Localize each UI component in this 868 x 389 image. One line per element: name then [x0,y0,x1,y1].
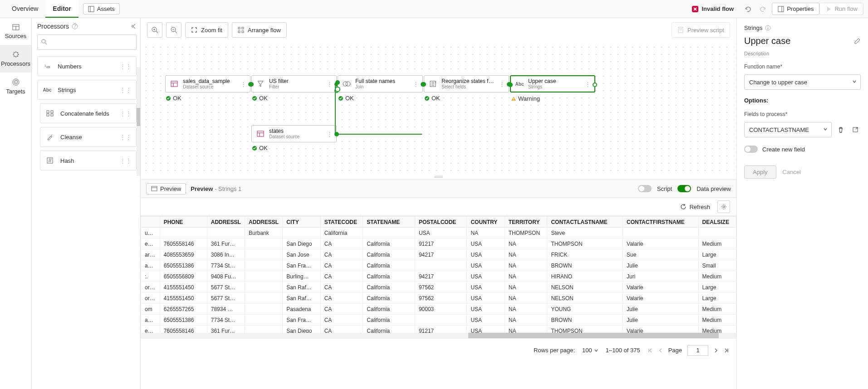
create-new-field-toggle[interactable] [744,146,758,153]
node-states[interactable]: statesDataset source ⋮ OK [251,125,337,142]
script-toggle[interactable] [638,185,652,192]
last-page-button[interactable] [724,348,729,353]
redo-button[interactable] [755,3,772,15]
tab-editor[interactable]: Editor [45,0,78,18]
assets-button[interactable]: Assets [83,3,120,15]
tab-overview[interactable]: Overview [5,0,45,18]
node-menu-icon[interactable]: ⋮ [499,81,505,88]
create-new-field-label: Create new field [762,146,805,153]
column-header[interactable]: CONTACTLASTNAME [547,217,623,228]
apply-button[interactable]: Apply [744,165,776,179]
column-header[interactable]: CONTACTFIRSTNAME [623,217,699,228]
table-row[interactable]: ors Ltd.41555514505677 St…San Raf…CACali… [141,282,736,293]
node-full-state-names[interactable]: Full state namesJoin ⋮ OK [338,75,423,92]
column-header[interactable]: TERRITORY [505,217,547,228]
node-title: US filter [269,78,323,84]
refresh-button[interactable]: Refresh [680,204,710,210]
prev-page-button[interactable] [658,348,663,353]
assets-label: Assets [97,5,115,12]
table-row[interactable]: om626555726578934 …PasadenaCACalifornia9… [141,304,736,315]
expand-field-button[interactable] [850,124,861,135]
preview-bar: Preview Preview - Strings 1 Script Data … [141,180,736,198]
column-header[interactable]: STATECODE [320,217,363,228]
column-header[interactable]: CITY [283,217,320,228]
next-page-button[interactable] [714,348,718,353]
node-menu-icon[interactable]: ⋮ [413,81,419,88]
processors-scrollbar[interactable] [137,67,140,176]
data-preview-toggle[interactable] [677,185,691,192]
zoom-fit-button[interactable]: Zoom fit [185,22,228,38]
arrange-flow-button[interactable]: Arrange flow [232,22,287,38]
properties-button[interactable]: Properties [772,3,819,15]
zoom-in-button[interactable] [147,22,162,38]
processor-numbers[interactable]: ¹₂₃ Numbers ⋮⋮ [37,56,137,76]
undo-button[interactable] [739,3,755,15]
table-row[interactable]: as Co.65055513867734 St…San Fra…CACalifo… [141,315,736,326]
column-header[interactable]: PHONE [160,217,207,228]
vertical-resize-handle[interactable]: ══ [141,173,736,180]
processor-search-input[interactable] [37,34,137,50]
first-page-button[interactable] [647,348,653,353]
node-menu-icon[interactable]: ⋮ [240,81,246,88]
rail-sources[interactable]: Sources [0,18,31,45]
preview-script-button[interactable]: Preview script [672,22,730,38]
fields-to-process-select[interactable] [744,122,832,137]
column-header[interactable]: ADDRESSL [245,217,283,228]
preview-chip[interactable]: Preview [146,183,186,194]
delete-field-button[interactable] [835,124,846,135]
page-input[interactable] [687,345,708,356]
node-upper-case[interactable]: Abc Upper caseStrings ⋮ Warning [510,75,595,92]
table-row[interactable]: areho…40855536593086 In…San JoseCACalifo… [141,249,736,260]
concat-icon [46,110,54,117]
edit-icon[interactable] [853,38,861,45]
rows-per-page-value[interactable]: 100 [582,347,592,354]
data-grid[interactable]: PHONEADDRESSLADDRESSLCITYSTATECODESTATEN… [141,216,736,333]
node-menu-icon[interactable]: ⋮ [327,131,333,137]
drag-handle-icon: ⋮⋮ [120,134,132,141]
node-subtitle: Filter [269,84,323,90]
table-row[interactable]: :.65055568099408 Fu…Burling…CACalifornia… [141,271,736,282]
grid-horizontal-scrollbar[interactable] [141,333,736,338]
column-header[interactable]: STATENAME [363,217,415,228]
node-sales-data-sample[interactable]: sales_data_sampleDataset source ⋮ OK [165,75,250,92]
info-icon[interactable] [765,25,771,31]
svg-point-57 [768,26,769,27]
column-header[interactable]: POSTALCODE [415,217,467,228]
table-row[interactable]: esign…7605558146361 Fur…San DiegoCACalif… [141,326,736,333]
svg-point-47 [513,99,514,100]
processor-label: Strings [58,87,76,93]
processor-concatenate[interactable]: Concatenate fields ⋮⋮ [40,103,137,123]
zoom-out-button[interactable] [166,22,181,38]
chevron-down-icon[interactable] [852,79,857,84]
targets-icon [12,78,20,86]
chevron-down-icon[interactable] [594,348,598,353]
column-header[interactable]: ADDRESSL [207,217,245,228]
help-icon[interactable]: ? [72,23,78,29]
node-reorganize-states[interactable]: Reorganize states f…Select fields ⋮ OK [424,75,509,92]
table-row[interactable]: ors Ltd.41555514505677 St…San Raf…CACali… [141,293,736,304]
table-row[interactable]: ubles…BurbankCaliforniaUSANATHOMPSONStev… [141,228,736,238]
run-flow-button[interactable]: Run flow [819,3,863,15]
processor-strings[interactable]: Abc Strings ⋮⋮ [37,80,137,100]
canvas-toolbar: Zoom fit Arrange flow Preview script [141,18,736,42]
node-subtitle: Dataset source [183,84,237,90]
processor-cleanse[interactable]: Cleanse ⋮⋮ [40,127,137,147]
node-menu-icon[interactable]: ⋮ [585,81,591,88]
flow-canvas[interactable]: sales_data_sampleDataset source ⋮ OK US … [141,42,736,173]
cancel-button[interactable]: Cancel [783,169,801,175]
table-row[interactable]: esign…7605558146361 Fur…San DiegoCACalif… [141,238,736,249]
column-header[interactable]: COUNTRY [467,217,505,228]
table-settings-button[interactable] [717,200,730,213]
node-menu-icon[interactable]: ⋮ [327,81,333,88]
node-us-filter[interactable]: US filterFilter ⋮ OK [251,75,337,92]
column-header[interactable]: DEALSIZE [698,217,736,228]
column-header[interactable] [141,217,160,228]
function-name-select[interactable] [744,74,861,90]
drag-handle-icon: ⋮⋮ [120,87,132,93]
table-row[interactable]: as Co.65055513867734 St…San Fra…CACalifo… [141,260,736,271]
rail-targets[interactable]: Targets [0,73,31,100]
collapse-icon[interactable] [130,23,137,29]
chevron-down-icon[interactable] [823,126,828,132]
processor-hash[interactable]: # Hash ⋮⋮ [40,151,137,170]
rail-processors[interactable]: Processors [0,45,31,73]
